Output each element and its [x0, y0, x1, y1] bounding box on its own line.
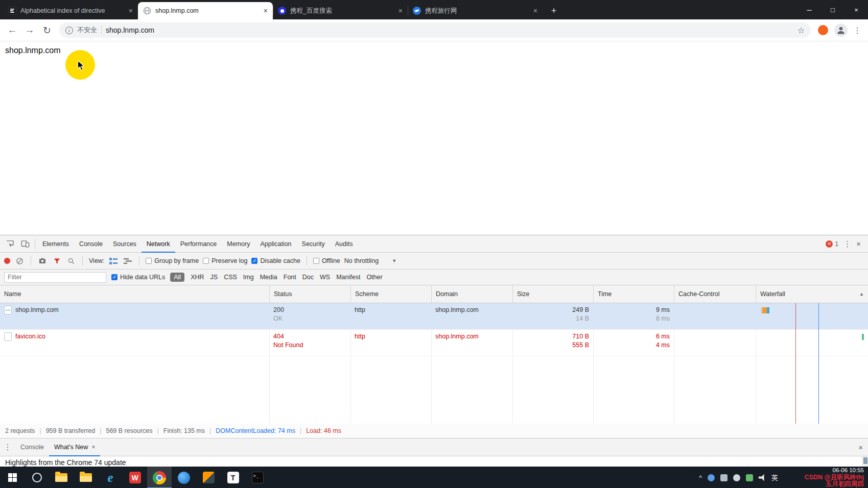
record-button[interactable]: [4, 258, 10, 264]
filter-type-js[interactable]: JS: [210, 274, 218, 281]
browser-tab-ctrip[interactable]: 携程旅行网 ×: [408, 2, 543, 19]
devtools-menu-icon[interactable]: ⋮: [843, 239, 851, 249]
tab-close-icon[interactable]: ×: [264, 7, 268, 14]
drawer-tab-close-icon[interactable]: ×: [91, 444, 95, 451]
tab-audits[interactable]: Audits: [330, 235, 358, 253]
filter-input[interactable]: [4, 272, 106, 283]
drawer-close-icon[interactable]: ×: [858, 443, 863, 452]
drawer-tab-whats-new[interactable]: What's New ×: [49, 438, 101, 456]
browser-app-button[interactable]: [172, 467, 196, 488]
tray-icon[interactable]: [720, 474, 728, 481]
disable-cache-checkbox[interactable]: Disable cache: [251, 257, 300, 264]
address-bar[interactable]: i 不安全 shop.lnmp.com ☆: [59, 22, 811, 38]
overview-view-icon[interactable]: [123, 256, 133, 266]
request-row-favicon[interactable]: · favicon.ico 404 Not Found http shop.ln…: [0, 330, 868, 356]
folder-shortcut-button[interactable]: [74, 467, 98, 488]
tab-security[interactable]: Security: [297, 235, 330, 253]
tab-console[interactable]: Console: [74, 235, 108, 253]
browser-tab-baidu-search[interactable]: 携程_百度搜索 ×: [273, 2, 408, 19]
browser-tab-nginx-docs[interactable]: Alphabetical index of directive ×: [3, 2, 138, 19]
tab-close-icon[interactable]: ×: [398, 7, 403, 14]
tab-elements[interactable]: Elements: [37, 235, 74, 253]
tab-sources[interactable]: Sources: [108, 235, 142, 253]
minimize-button[interactable]: ─: [797, 0, 821, 19]
tab-performance[interactable]: Performance: [175, 235, 222, 253]
bookmark-star-icon[interactable]: ☆: [797, 26, 805, 35]
scrollbar-thumb[interactable]: [863, 457, 867, 464]
filter-type-all[interactable]: All: [170, 273, 184, 282]
tray-icon[interactable]: [708, 474, 715, 481]
device-toolbar-icon[interactable]: [17, 237, 33, 251]
preserve-log-checkbox[interactable]: Preserve log: [203, 257, 247, 264]
tab-close-icon[interactable]: ×: [129, 7, 133, 14]
tray-icon[interactable]: [733, 474, 740, 481]
tab-application[interactable]: Application: [255, 235, 296, 253]
chrome-button[interactable]: [147, 467, 172, 488]
request-row-document[interactable]: <> shop.lnmp.com 200 OK http shop.lnmp.c…: [0, 303, 868, 330]
column-header-time[interactable]: Time: [593, 285, 674, 303]
forward-button[interactable]: →: [21, 22, 38, 38]
back-button[interactable]: ←: [4, 22, 20, 38]
sort-indicator-icon[interactable]: ▲: [859, 291, 864, 297]
search-icon[interactable]: [66, 256, 76, 266]
column-header-domain[interactable]: Domain: [431, 285, 512, 303]
info-icon[interactable]: i: [65, 27, 73, 34]
column-header-name[interactable]: Name: [0, 285, 269, 303]
start-button[interactable]: [0, 467, 25, 488]
drawer-menu-icon[interactable]: ⋮: [0, 441, 15, 454]
maximize-button[interactable]: □: [821, 0, 844, 19]
column-header-size[interactable]: Size: [512, 285, 593, 303]
column-header-status[interactable]: Status: [269, 285, 350, 303]
profile-avatar-icon[interactable]: [834, 23, 848, 37]
filter-type-font[interactable]: Font: [284, 274, 296, 281]
tab-network[interactable]: Network: [142, 235, 175, 253]
screenshot-camera-icon[interactable]: [37, 256, 48, 266]
filter-type-other[interactable]: Other: [366, 274, 382, 281]
drawer-tab-console[interactable]: Console: [15, 438, 49, 456]
waterfall-bar[interactable]: [761, 307, 864, 313]
new-tab-button[interactable]: +: [547, 4, 561, 18]
column-header-waterfall[interactable]: Waterfall: [756, 285, 868, 303]
filter-type-doc[interactable]: Doc: [302, 274, 314, 281]
group-by-frame-checkbox[interactable]: Group by frame: [146, 257, 199, 264]
extension-icon[interactable]: [818, 25, 828, 35]
error-count-badge[interactable]: 1: [826, 240, 838, 248]
filter-type-ws[interactable]: WS: [320, 274, 330, 281]
inspect-element-icon[interactable]: [2, 237, 17, 251]
ime-indicator[interactable]: 英: [771, 473, 778, 482]
waterfall-bar[interactable]: [862, 334, 864, 340]
large-rows-view-icon[interactable]: [108, 256, 119, 266]
media-player-button[interactable]: [196, 467, 221, 488]
throttling-dropdown[interactable]: No throttling ▼: [344, 257, 396, 264]
column-header-cache-control[interactable]: Cache-Control: [674, 285, 756, 303]
typora-button[interactable]: T: [221, 467, 245, 488]
internet-explorer-button[interactable]: e: [98, 467, 123, 488]
filter-type-css[interactable]: CSS: [224, 274, 237, 281]
terminal-button[interactable]: >_: [245, 467, 270, 488]
filter-type-manifest[interactable]: Manifest: [336, 274, 360, 281]
tab-close-icon[interactable]: ×: [533, 7, 537, 14]
taskbar-clock[interactable]: 06-06 10:55: [805, 467, 864, 474]
tray-icon[interactable]: [746, 474, 753, 481]
url-text[interactable]: shop.lnmp.com: [106, 26, 793, 34]
clear-icon[interactable]: [14, 256, 25, 266]
window-close-button[interactable]: ×: [844, 0, 868, 19]
filter-type-xhr[interactable]: XHR: [191, 274, 204, 281]
hide-data-urls-checkbox[interactable]: Hide data URLs: [111, 274, 165, 281]
offline-checkbox[interactable]: Offline: [313, 257, 340, 264]
filter-type-media[interactable]: Media: [260, 274, 277, 281]
reload-button[interactable]: ↻: [39, 22, 55, 38]
devtools-close-icon[interactable]: ×: [856, 239, 861, 248]
filter-funnel-icon[interactable]: [52, 256, 62, 266]
filter-type-img[interactable]: Img: [243, 274, 254, 281]
cortana-search-button[interactable]: [25, 467, 49, 488]
browser-tab-shop-lnmp[interactable]: shop.lnmp.com ×: [138, 2, 273, 19]
office-app-button[interactable]: W: [123, 467, 147, 488]
tray-expand-icon[interactable]: ^: [699, 474, 702, 481]
column-header-scheme[interactable]: Scheme: [350, 285, 431, 303]
browser-menu-icon[interactable]: ⋮: [851, 26, 864, 35]
file-explorer-button[interactable]: [49, 467, 74, 488]
tab-memory[interactable]: Memory: [222, 235, 255, 253]
scrollbar[interactable]: [862, 456, 868, 467]
speaker-icon[interactable]: [759, 474, 766, 481]
